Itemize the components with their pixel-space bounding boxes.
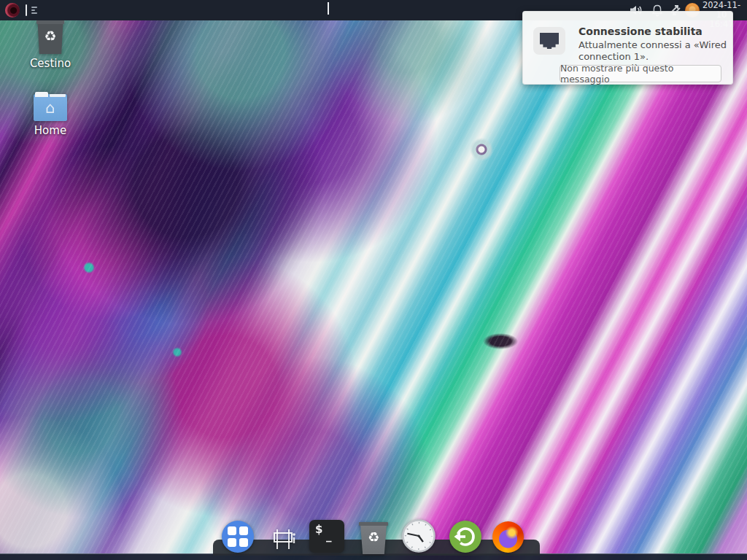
dock-trash-icon[interactable]: ♻ — [359, 522, 388, 554]
clock-icon[interactable] — [402, 519, 436, 553]
terminal-dollar-glyph: $ — [315, 523, 322, 536]
house-glyph: ⌂ — [34, 101, 67, 116]
firefox-icon[interactable] — [492, 521, 524, 553]
session-restore-icon[interactable] — [449, 521, 481, 553]
terminal-underscore-glyph: _ — [326, 529, 332, 542]
terminal-icon[interactable]: $ _ — [309, 520, 344, 553]
panel-separator — [26, 4, 27, 16]
desktop-icon-trash[interactable]: ♻ Cestino — [23, 20, 78, 70]
notification-popup[interactable]: Connessione stabilita Attualmente connes… — [522, 11, 733, 85]
notification-title: Connessione stabilita — [578, 26, 703, 37]
desktop-screen: 2024-11-10 16:47 ♻ Cestino ⌂ Home Connes… — [0, 0, 747, 560]
desktop-icon-home[interactable]: ⌂ Home — [23, 92, 78, 137]
workspaces-icon[interactable] — [269, 526, 297, 552]
circular-arrow-glyph — [449, 521, 481, 553]
trash-icon: ♻ — [36, 20, 64, 54]
distro-logo-icon[interactable] — [5, 3, 20, 18]
i-beam-cursor — [328, 2, 329, 15]
app-launcher-icon[interactable] — [222, 521, 254, 553]
desktop-icon-label: Cestino — [23, 57, 78, 70]
recycle-glyph: ♻ — [36, 29, 64, 43]
list-menu-icon[interactable] — [31, 7, 38, 14]
dismiss-notification-button[interactable]: Non mostrare più questo messaggio — [560, 65, 721, 82]
home-folder-icon: ⌂ — [34, 92, 67, 121]
notification-icon-box — [533, 27, 565, 55]
notification-body: Attualmente connessi a «Wired connection… — [578, 39, 729, 63]
ethernet-icon — [540, 33, 559, 49]
desktop-icon-label: Home — [23, 124, 78, 137]
recycle-glyph: ♻ — [359, 531, 388, 544]
